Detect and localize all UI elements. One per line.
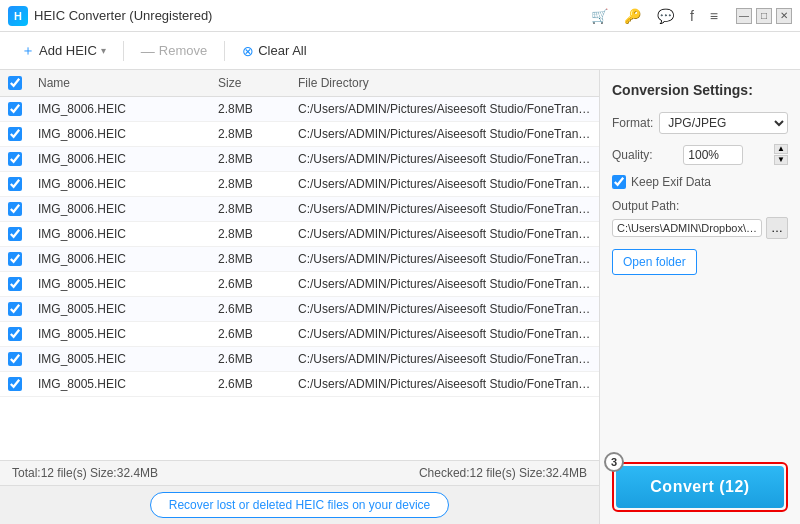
toolbar-divider	[123, 41, 124, 61]
clear-all-button[interactable]: ⊗ Clear All	[231, 38, 317, 64]
row-path: C:/Users/ADMIN/Pictures/Aiseesoft Studio…	[290, 352, 599, 366]
menu-icon[interactable]: ≡	[706, 6, 722, 26]
plus-icon: ＋	[21, 42, 35, 60]
row-size: 2.8MB	[210, 252, 290, 266]
header-size: Size	[210, 76, 290, 90]
keep-exif-row: Keep Exif Data	[612, 175, 788, 189]
quality-input[interactable]	[683, 145, 743, 165]
row-size: 2.8MB	[210, 177, 290, 191]
file-list-area: Name Size File Directory IMG_8006.HEIC 2…	[0, 70, 600, 524]
table-row: IMG_8005.HEIC 2.6MB C:/Users/ADMIN/Pictu…	[0, 372, 599, 397]
browse-path-button[interactable]: …	[766, 217, 788, 239]
row-checkbox-cell	[0, 352, 30, 366]
row-path: C:/Users/ADMIN/Pictures/Aiseesoft Studio…	[290, 277, 599, 291]
row-checkbox[interactable]	[8, 227, 22, 241]
row-name: IMG_8005.HEIC	[30, 302, 210, 316]
quality-spinners: ▲ ▼	[774, 144, 788, 165]
row-size: 2.6MB	[210, 302, 290, 316]
format-row: Format: JPG/JPEG PNG GIF BMP	[612, 112, 788, 134]
row-path: C:/Users/ADMIN/Pictures/Aiseesoft Studio…	[290, 152, 599, 166]
keep-exif-checkbox[interactable]	[612, 175, 626, 189]
row-checkbox[interactable]	[8, 202, 22, 216]
main-content: Name Size File Directory IMG_8006.HEIC 2…	[0, 70, 800, 524]
quality-up-button[interactable]: ▲	[774, 144, 788, 154]
format-label: Format:	[612, 116, 653, 130]
row-size: 2.6MB	[210, 277, 290, 291]
output-path-label: Output Path:	[612, 199, 788, 213]
row-size: 2.8MB	[210, 202, 290, 216]
row-name: IMG_8006.HEIC	[30, 227, 210, 241]
maximize-button[interactable]: □	[756, 8, 772, 24]
row-checkbox[interactable]	[8, 327, 22, 341]
header-name: Name	[30, 76, 210, 90]
key-icon[interactable]: 🔑	[620, 6, 645, 26]
remove-button[interactable]: — Remove	[130, 38, 218, 64]
row-path: C:/Users/ADMIN/Pictures/Aiseesoft Studio…	[290, 327, 599, 341]
output-path-value: C:\Users\ADMIN\Dropbox\PC\...	[612, 219, 762, 237]
title-bar: H HEIC Converter (Unregistered) 🛒 🔑 💬 f …	[0, 0, 800, 32]
select-all-checkbox[interactable]	[8, 76, 22, 90]
row-size: 2.8MB	[210, 227, 290, 241]
convert-button[interactable]: Convert (12)	[616, 466, 784, 508]
quality-label: Quality:	[612, 148, 653, 162]
quality-down-button[interactable]: ▼	[774, 155, 788, 165]
output-path-section: Output Path: C:\Users\ADMIN\Dropbox\PC\.…	[612, 199, 788, 239]
row-checkbox[interactable]	[8, 252, 22, 266]
row-checkbox[interactable]	[8, 177, 22, 191]
row-checkbox[interactable]	[8, 277, 22, 291]
chat-icon[interactable]: 💬	[653, 6, 678, 26]
row-name: IMG_8005.HEIC	[30, 352, 210, 366]
header-directory: File Directory	[290, 76, 599, 90]
convert-btn-wrapper: Convert (12)	[612, 462, 788, 512]
output-path-row: C:\Users\ADMIN\Dropbox\PC\... …	[612, 217, 788, 239]
row-name: IMG_8005.HEIC	[30, 277, 210, 291]
quality-row: Quality: ▲ ▼	[612, 144, 788, 165]
row-path: C:/Users/ADMIN/Pictures/Aiseesoft Studio…	[290, 227, 599, 241]
add-heic-label: Add HEIC	[39, 43, 97, 58]
minimize-button[interactable]: —	[736, 8, 752, 24]
row-checkbox[interactable]	[8, 302, 22, 316]
row-path: C:/Users/ADMIN/Pictures/Aiseesoft Studio…	[290, 302, 599, 316]
row-checkbox[interactable]	[8, 102, 22, 116]
toolbar-divider-2	[224, 41, 225, 61]
row-size: 2.8MB	[210, 152, 290, 166]
row-name: IMG_8006.HEIC	[30, 252, 210, 266]
row-checkbox-cell	[0, 327, 30, 341]
format-select[interactable]: JPG/JPEG PNG GIF BMP	[659, 112, 788, 134]
row-path: C:/Users/ADMIN/Pictures/Aiseesoft Studio…	[290, 102, 599, 116]
row-name: IMG_8006.HEIC	[30, 202, 210, 216]
facebook-icon[interactable]: f	[686, 6, 698, 26]
table-row: IMG_8006.HEIC 2.8MB C:/Users/ADMIN/Pictu…	[0, 197, 599, 222]
table-row: IMG_8006.HEIC 2.8MB C:/Users/ADMIN/Pictu…	[0, 122, 599, 147]
row-checkbox-cell	[0, 152, 30, 166]
row-checkbox[interactable]	[8, 352, 22, 366]
table-row: IMG_8006.HEIC 2.8MB C:/Users/ADMIN/Pictu…	[0, 172, 599, 197]
clear-all-label: Clear All	[258, 43, 306, 58]
bottom-bar: Recover lost or deleted HEIC files on yo…	[0, 485, 599, 524]
row-size: 2.8MB	[210, 127, 290, 141]
row-checkbox[interactable]	[8, 152, 22, 166]
convert-section: 3 Convert (12)	[612, 462, 788, 512]
cart-icon[interactable]: 🛒	[587, 6, 612, 26]
row-checkbox[interactable]	[8, 127, 22, 141]
row-name: IMG_8006.HEIC	[30, 177, 210, 191]
title-bar-controls: 🛒 🔑 💬 f ≡ — □ ✕	[587, 6, 792, 26]
row-path: C:/Users/ADMIN/Pictures/Aiseesoft Studio…	[290, 202, 599, 216]
row-path: C:/Users/ADMIN/Pictures/Aiseesoft Studio…	[290, 177, 599, 191]
row-name: IMG_8005.HEIC	[30, 327, 210, 341]
table-row: IMG_8005.HEIC 2.6MB C:/Users/ADMIN/Pictu…	[0, 272, 599, 297]
row-checkbox[interactable]	[8, 377, 22, 391]
table-row: IMG_8006.HEIC 2.8MB C:/Users/ADMIN/Pictu…	[0, 247, 599, 272]
open-folder-button[interactable]: Open folder	[612, 249, 697, 275]
row-path: C:/Users/ADMIN/Pictures/Aiseesoft Studio…	[290, 377, 599, 391]
toolbar: ＋ Add HEIC ▾ — Remove ⊗ Clear All	[0, 32, 800, 70]
recover-button[interactable]: Recover lost or deleted HEIC files on yo…	[150, 492, 449, 518]
add-heic-button[interactable]: ＋ Add HEIC ▾	[10, 37, 117, 65]
step-badge: 3	[604, 452, 624, 472]
row-size: 2.8MB	[210, 102, 290, 116]
table-row: IMG_8005.HEIC 2.6MB C:/Users/ADMIN/Pictu…	[0, 347, 599, 372]
remove-label: Remove	[159, 43, 207, 58]
right-panel: Conversion Settings: Format: JPG/JPEG PN…	[600, 70, 800, 524]
close-button[interactable]: ✕	[776, 8, 792, 24]
panel-title: Conversion Settings:	[612, 82, 788, 98]
